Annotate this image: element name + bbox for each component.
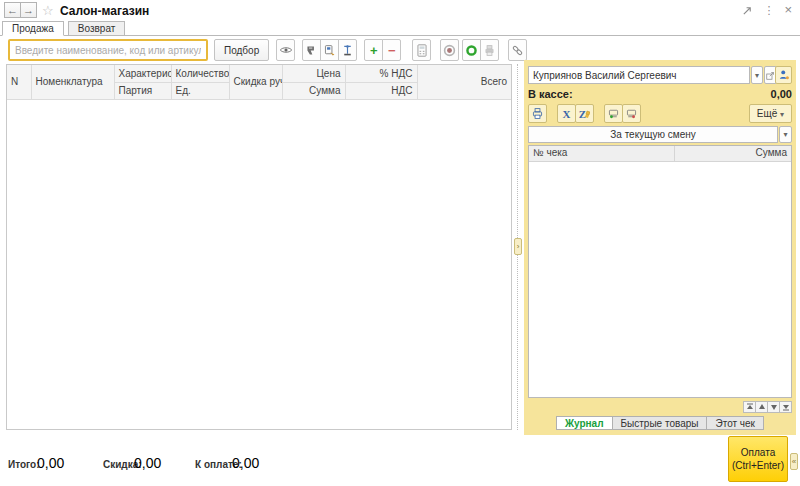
barcode-scanner-button[interactable] [302, 39, 321, 61]
new-check-button[interactable] [462, 39, 481, 61]
discount-value: 0,00 [134, 455, 161, 471]
period-select[interactable]: За текущую смену [528, 126, 778, 143]
payment-terminal-button[interactable] [320, 39, 339, 61]
period-dropdown-button[interactable]: ▾ [779, 126, 792, 143]
move-bottom-button[interactable] [779, 401, 792, 413]
checks-list: № чека Сумма [528, 145, 792, 398]
col-header-manual-discount[interactable]: Скидка руч. [229, 65, 282, 99]
tab-return[interactable]: Возврат [68, 21, 126, 36]
col-header-vat-percent[interactable]: % НДС [345, 65, 417, 82]
chevron-down-icon: ▾ [783, 130, 787, 139]
check-nav-buttons [743, 401, 792, 413]
payable-value: 0,00 [232, 455, 259, 471]
calculator-icon [416, 44, 428, 57]
add-row-button[interactable]: + [364, 39, 383, 61]
cash-out-icon [625, 107, 638, 120]
title-bar: ← → ☆ Салон-магазин ⋮ × [0, 0, 800, 22]
z-report-button[interactable]: Z [575, 104, 594, 123]
pencil-icon [584, 109, 590, 118]
x-report-icon: X [563, 108, 571, 120]
check-action-buttons [462, 39, 499, 61]
cash-label: В кассе: [528, 88, 573, 100]
col-header-check-number[interactable]: № чека [529, 146, 675, 161]
chevron-down-icon: ▾ [755, 71, 759, 80]
stop-circle-icon [443, 44, 456, 57]
cashier-select[interactable] [528, 66, 750, 84]
eye-icon [279, 43, 293, 57]
tab-this-check[interactable]: Этот чек [706, 416, 764, 430]
menu-dots-icon[interactable]: ⋮ [763, 3, 774, 17]
cancel-check-button[interactable] [440, 39, 459, 61]
calculator-button[interactable] [412, 39, 431, 61]
cash-actions-row: X Z [528, 104, 641, 123]
col-header-price[interactable]: Цена [282, 65, 345, 82]
splitter-expand-handle[interactable]: › [514, 238, 522, 255]
page-title: Салон-магазин [60, 4, 149, 18]
history-nav: ← → [4, 2, 37, 18]
col-header-unit[interactable]: Ед. [171, 82, 229, 99]
plus-icon: + [370, 43, 378, 58]
arrow-up-icon [758, 403, 766, 411]
back-icon: ← [7, 4, 18, 16]
open-link-icon [766, 71, 775, 80]
new-client-button[interactable] [775, 66, 792, 84]
total-value: 0,00 [37, 455, 64, 471]
forward-button[interactable]: → [20, 2, 37, 18]
cash-drawer-buttons [604, 104, 641, 123]
more-button-label: Ещё [757, 108, 777, 119]
tab-sale[interactable]: Продажа [2, 21, 64, 36]
cash-in-register-row: В кассе: 0,00 [528, 88, 792, 102]
x-report-button[interactable]: X [557, 104, 576, 123]
person-add-icon [778, 69, 790, 81]
back-button[interactable]: ← [4, 2, 21, 18]
tab-quick-goods[interactable]: Быстрые товары [612, 416, 708, 430]
link-icon [511, 44, 524, 57]
cash-withdrawal-button[interactable] [622, 104, 641, 123]
pos-window: ← → ☆ Салон-магазин ⋮ × Продажа Возврат … [0, 0, 800, 486]
report-buttons: X Z [557, 104, 594, 123]
chevron-down-icon: ▾ [780, 110, 784, 119]
pay-button-line1: Оплата [741, 447, 775, 458]
col-header-vat[interactable]: НДС [345, 82, 417, 99]
link-button[interactable] [508, 39, 527, 61]
cashier-dropdown-button[interactable]: ▾ [751, 66, 763, 84]
payment-terminal-icon [323, 44, 336, 57]
print-check-button[interactable] [480, 39, 499, 61]
checks-list-header: № чека Сумма [529, 146, 791, 162]
remove-row-button[interactable]: − [382, 39, 401, 61]
totals-footer: Итого: 0,00 Скидка: 0,00 К оплате: 0,00 … [0, 435, 800, 486]
open-in-new-window-icon[interactable] [742, 5, 753, 16]
item-search-input[interactable] [8, 39, 208, 61]
items-table: N Номенклатура Характеристика Количество… [6, 64, 512, 430]
col-header-sum[interactable]: Сумма [282, 82, 345, 99]
pay-button-line2: (Ctrl+Enter) [732, 460, 784, 471]
cash-value: 0,00 [771, 88, 792, 100]
tab-journal[interactable]: Журнал [556, 416, 613, 430]
more-button[interactable]: Ещё ▾ [749, 104, 792, 123]
col-header-characteristic[interactable]: Характеристика [114, 65, 171, 82]
cash-deposit-button[interactable] [604, 104, 623, 123]
col-header-check-sum[interactable]: Сумма [675, 146, 791, 161]
col-header-batch[interactable]: Партия [114, 82, 171, 99]
arrow-down-icon [770, 403, 778, 411]
record-circle-icon [465, 44, 478, 57]
print-report-button[interactable] [528, 104, 547, 123]
col-header-n[interactable]: N [7, 65, 31, 99]
barcode-scanner-icon [305, 44, 318, 57]
device-buttons [302, 39, 357, 61]
panel-collapse-handle[interactable]: « [790, 453, 798, 470]
view-item-button[interactable] [276, 39, 295, 61]
checks-list-body-empty[interactable] [529, 162, 791, 413]
mode-tabbar: Продажа Возврат [0, 21, 800, 36]
items-table-body-empty[interactable] [7, 100, 511, 432]
pay-button[interactable]: Оплата (Ctrl+Enter) [728, 436, 788, 482]
scales-button[interactable] [338, 39, 357, 61]
printer-icon [531, 107, 544, 120]
close-icon[interactable]: × [784, 3, 792, 17]
panel-tabbar: Журнал Быстрые товары Этот чек [524, 416, 796, 430]
pick-items-button[interactable]: Подбор [214, 39, 269, 61]
favorite-star-icon[interactable]: ☆ [42, 3, 54, 18]
col-header-total[interactable]: Всего [417, 65, 511, 99]
col-header-nomenclature[interactable]: Номенклатура [31, 65, 114, 99]
col-header-quantity[interactable]: Количество [171, 65, 229, 82]
